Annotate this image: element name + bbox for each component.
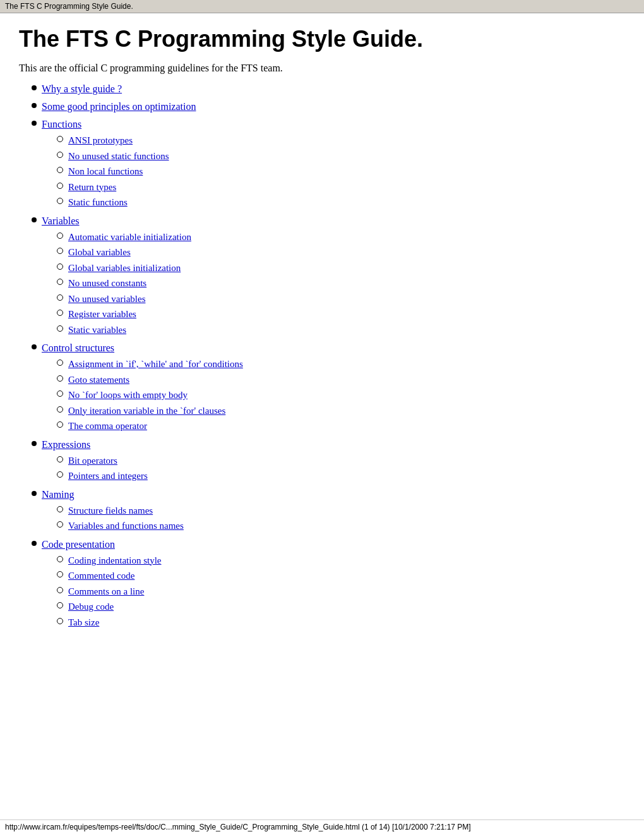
top-item-row: Control structures — [32, 341, 625, 356]
circle-bullet — [57, 310, 63, 316]
bullet-dot — [32, 121, 37, 126]
toc-sub-link-2-3[interactable]: Return types — [68, 180, 116, 195]
toc-sub-link-7-0[interactable]: Coding indentation style — [68, 553, 162, 568]
toc-sub-link-6-0[interactable]: Structure fields names — [68, 504, 153, 518]
sub-item: Debug code — [57, 600, 625, 614]
circle-bullet — [57, 152, 63, 158]
toc-sub-link-7-1[interactable]: Commented code — [68, 569, 134, 583]
circle-bullet — [57, 602, 63, 608]
toc-top-link-0[interactable]: Why a style guide ? — [42, 82, 122, 97]
circle-bullet — [57, 360, 63, 366]
circle-bullet — [57, 587, 63, 593]
top-item-row: Some good principles on optimization — [32, 99, 625, 114]
toc-sub-link-2-1[interactable]: No unused static functions — [68, 149, 169, 164]
circle-bullet — [57, 571, 63, 577]
toc-sub-link-7-3[interactable]: Debug code — [68, 600, 114, 614]
sub-item: No unused constants — [57, 276, 625, 291]
sub-list-3: Automatic variable initializationGlobal … — [32, 230, 625, 339]
circle-bullet — [57, 136, 63, 142]
toc-top-link-6[interactable]: Naming — [42, 487, 75, 502]
sub-item: Pointers and integers — [57, 469, 625, 483]
toc-top-link-2[interactable]: Functions — [42, 117, 81, 132]
sub-item: Return types — [57, 180, 625, 195]
sub-list-5: Bit operatorsPointers and integers — [32, 454, 625, 485]
sub-list-6: Structure fields namesVariables and func… — [32, 504, 625, 535]
toc-sub-link-3-5[interactable]: Register variables — [68, 307, 136, 322]
toc-sub-link-2-0[interactable]: ANSI prototypes — [68, 133, 133, 148]
toc-sub-link-4-2[interactable]: No `for' loops with empty body — [68, 388, 188, 402]
toc-top-link-7[interactable]: Code presentation — [42, 537, 115, 552]
toc-sub-link-7-4[interactable]: Tab size — [68, 615, 99, 630]
sub-item: Global variables initialization — [57, 261, 625, 275]
toc-sub-link-6-1[interactable]: Variables and functions names — [68, 519, 184, 533]
sub-item: Structure fields names — [57, 504, 625, 518]
toc-sub-link-5-0[interactable]: Bit operators — [68, 454, 117, 468]
toc-sub-link-4-0[interactable]: Assignment in `if', `while' and `for' co… — [68, 357, 243, 372]
toc-top-link-3[interactable]: Variables — [42, 214, 80, 229]
circle-bullet — [57, 263, 63, 270]
main-content: The FTS C Programming Style Guide. This … — [0, 13, 644, 671]
toc-sub-link-3-3[interactable]: No unused constants — [68, 276, 146, 291]
top-item-row: Code presentation — [32, 537, 625, 552]
sub-list-4: Assignment in `if', `while' and `for' co… — [32, 357, 625, 435]
footer-url: http://www.ircam.fr/equipes/temps-reel/f… — [5, 823, 471, 831]
sub-item: Global variables — [57, 245, 625, 260]
sub-item: The comma operator — [57, 419, 625, 433]
circle-bullet — [57, 471, 63, 478]
toc-sub-link-4-3[interactable]: Only iteration variable in the `for' cla… — [68, 404, 225, 418]
intro-paragraph: This are the official C programming guid… — [19, 63, 625, 74]
circle-bullet — [57, 375, 63, 382]
toc-list: Why a style guide ?Some good principles … — [19, 82, 625, 631]
sub-item: Assignment in `if', `while' and `for' co… — [57, 357, 625, 372]
sub-item: No unused static functions — [57, 149, 625, 164]
sub-item: Register variables — [57, 307, 625, 322]
top-item-row: Functions — [32, 117, 625, 132]
bullet-dot — [32, 541, 37, 546]
toc-sub-link-3-1[interactable]: Global variables — [68, 245, 131, 260]
sub-item: ANSI prototypes — [57, 133, 625, 148]
circle-bullet — [57, 390, 63, 397]
circle-bullet — [57, 279, 63, 285]
circle-bullet — [57, 506, 63, 512]
sub-item: Bit operators — [57, 454, 625, 468]
circle-bullet — [57, 198, 63, 204]
bullet-dot — [32, 217, 37, 222]
bullet-dot — [32, 344, 37, 349]
toc-top-link-1[interactable]: Some good principles on optimization — [42, 99, 196, 114]
toc-sub-link-4-4[interactable]: The comma operator — [68, 419, 147, 433]
sub-item: Automatic variable initialization — [57, 230, 625, 245]
top-item-row: Why a style guide ? — [32, 82, 625, 97]
sub-item: Commented code — [57, 569, 625, 583]
toc-sub-link-7-2[interactable]: Comments on a line — [68, 584, 144, 599]
toc-sub-link-3-2[interactable]: Global variables initialization — [68, 261, 181, 275]
tab-title: The FTS C Programming Style Guide. — [5, 2, 133, 11]
sub-item: Comments on a line — [57, 584, 625, 599]
circle-bullet — [57, 618, 63, 624]
toc-sub-link-4-1[interactable]: Goto statements — [68, 373, 129, 387]
circle-bullet — [57, 421, 63, 428]
circle-bullet — [57, 521, 63, 528]
toc-top-link-4[interactable]: Control structures — [42, 341, 114, 356]
bullet-dot — [32, 85, 37, 90]
circle-bullet — [57, 325, 63, 332]
sub-item: Only iteration variable in the `for' cla… — [57, 404, 625, 418]
sub-list-7: Coding indentation styleCommented codeCo… — [32, 553, 625, 631]
sub-item: Static variables — [57, 323, 625, 337]
footer: http://www.ircam.fr/equipes/temps-reel/f… — [0, 819, 644, 834]
sub-item: No unused variables — [57, 292, 625, 306]
toc-sub-link-3-4[interactable]: No unused variables — [68, 292, 145, 306]
bullet-dot — [32, 103, 37, 108]
circle-bullet — [57, 167, 63, 173]
sub-item: Variables and functions names — [57, 519, 625, 533]
toc-sub-link-5-1[interactable]: Pointers and integers — [68, 469, 148, 483]
sub-item: Goto statements — [57, 373, 625, 387]
toc-top-link-5[interactable]: Expressions — [42, 437, 90, 452]
sub-item: Coding indentation style — [57, 553, 625, 568]
page-title: The FTS C Programming Style Guide. — [19, 26, 625, 52]
circle-bullet — [57, 248, 63, 254]
toc-sub-link-3-0[interactable]: Automatic variable initialization — [68, 230, 191, 245]
sub-item: Static functions — [57, 195, 625, 210]
toc-sub-link-3-6[interactable]: Static variables — [68, 323, 126, 337]
toc-sub-link-2-2[interactable]: Non local functions — [68, 164, 143, 179]
toc-sub-link-2-4[interactable]: Static functions — [68, 195, 128, 210]
